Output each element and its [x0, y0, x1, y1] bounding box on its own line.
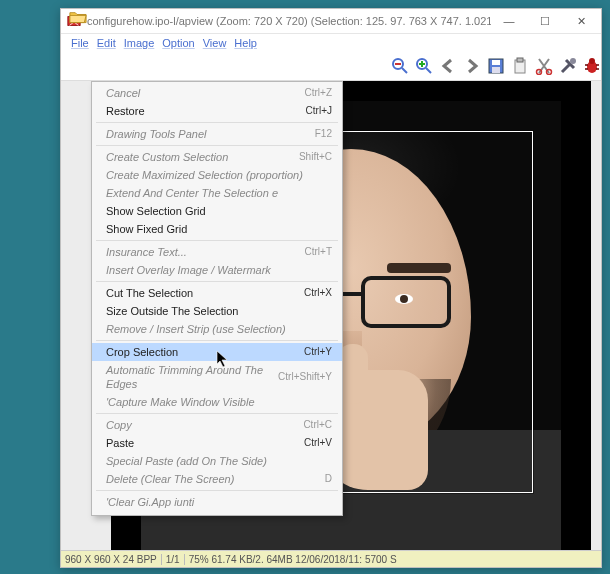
menu-item-show-selection-grid[interactable]: Show Selection Grid [92, 202, 342, 220]
menu-item-show-fixed-grid[interactable]: Show Fixed Grid [92, 220, 342, 238]
menu-edit[interactable]: Edit [93, 37, 120, 49]
cut-icon[interactable] [535, 57, 553, 75]
menu-item-insurance-text: Insurance Text...Ctrl+T [92, 243, 342, 261]
menu-item-cut-the-selection[interactable]: Cut The SelectionCtrl+X [92, 284, 342, 302]
svg-line-2 [402, 68, 407, 73]
svg-point-17 [589, 58, 595, 64]
zoom-out-icon[interactable] [391, 57, 409, 75]
menu-item-shortcut: Ctrl+Z [305, 86, 333, 100]
menu-item-shortcut: F12 [315, 127, 332, 141]
menu-item-shortcut: D [325, 472, 332, 486]
menu-item-label: Cut The Selection [106, 286, 193, 300]
menu-item-paste[interactable]: PasteCtrl+V [92, 434, 342, 452]
menu-item-capture-make-window-visible: 'Capture Make Window Visible [92, 393, 342, 411]
menu-item-copy: CopyCtrl+C [92, 416, 342, 434]
image-canvas[interactable]: CancelCtrl+ZRestoreCtrl+JDrawing Tools P… [61, 81, 601, 550]
menu-item-shortcut: Ctrl+V [304, 436, 332, 450]
menu-item-label: 'Clear Gi.App iunti [106, 495, 194, 509]
menu-item-clear-gi-app-iunti: 'Clear Gi.App iunti [92, 493, 342, 511]
menu-item-label: Remove / Insert Strip (use Selection) [106, 322, 286, 336]
svg-point-15 [570, 58, 576, 64]
menu-item-label: 'Capture Make Window Visible [106, 395, 255, 409]
menu-item-label: Show Selection Grid [106, 204, 206, 218]
status-info: 75% 61.74 KB/2. 64MB 12/06/2018/11: 5700… [189, 554, 397, 565]
status-page: 1/1 [166, 554, 185, 565]
menu-item-delete-clear-the-screen: Delete (Clear The Screen)D [92, 470, 342, 488]
menu-item-shortcut: Ctrl+T [305, 245, 333, 259]
menu-item-label: Restore [106, 104, 145, 118]
menu-item-label: Automatic Trimming Around The Edges [106, 363, 278, 391]
status-dims: 960 X 960 X 24 BPP [65, 554, 162, 565]
app-window: configurehow.ipo-l/apview (Zoom: 720 X 7… [60, 8, 602, 568]
menu-item-label: Paste [106, 436, 134, 450]
menu-item-label: Delete (Clear The Screen) [106, 472, 234, 486]
svg-rect-9 [492, 60, 500, 65]
arrow-right-icon[interactable] [463, 57, 481, 75]
svg-rect-10 [492, 67, 500, 73]
menu-help[interactable]: Help [230, 37, 261, 49]
menu-item-shortcut: Ctrl+X [304, 286, 332, 300]
clipboard-icon[interactable] [511, 57, 529, 75]
menu-item-label: Insert Overlay Image / Watermark [106, 263, 271, 277]
maximize-button[interactable]: ☐ [527, 10, 563, 32]
save-icon[interactable] [487, 57, 505, 75]
menu-item-label: Special Paste (add On The Side) [106, 454, 267, 468]
menu-item-label: Size Outside The Selection [106, 304, 238, 318]
cursor-icon [216, 350, 228, 366]
edit-context-menu: CancelCtrl+ZRestoreCtrl+JDrawing Tools P… [91, 81, 343, 516]
statusbar: 960 X 960 X 24 BPP 1/1 75% 61.74 KB/2. 6… [61, 550, 601, 567]
menu-item-remove-insert-strip-use-selection: Remove / Insert Strip (use Selection) [92, 320, 342, 338]
toolbar [61, 52, 601, 81]
menu-option[interactable]: Option [158, 37, 198, 49]
svg-line-5 [426, 68, 431, 73]
bug-icon[interactable] [583, 57, 601, 75]
menu-file[interactable]: File [67, 37, 93, 49]
close-button[interactable]: ✕ [563, 10, 599, 32]
menu-item-label: Crop Selection [106, 345, 178, 359]
menu-item-label: Insurance Text... [106, 245, 187, 259]
menu-item-label: Create Custom Selection [106, 150, 228, 164]
svg-rect-12 [517, 58, 523, 62]
menu-item-special-paste-add-on-the-side: Special Paste (add On The Side) [92, 452, 342, 470]
menu-item-label: Extend And Center The Selection e [106, 186, 278, 200]
menu-view[interactable]: View [199, 37, 231, 49]
menu-item-restore[interactable]: RestoreCtrl+J [92, 102, 342, 120]
menu-item-label: Drawing Tools Panel [106, 127, 206, 141]
menu-item-label: Cancel [106, 86, 140, 100]
menu-item-shortcut: Ctrl+Shift+Y [278, 370, 332, 384]
menu-item-extend-and-center-the-selection-e: Extend And Center The Selection e [92, 184, 342, 202]
titlebar: configurehow.ipo-l/apview (Zoom: 720 X 7… [61, 9, 601, 34]
minimize-button[interactable]: — [491, 10, 527, 32]
menu-item-shortcut: Ctrl+J [306, 104, 332, 118]
arrow-left-icon[interactable] [439, 57, 457, 75]
menu-item-drawing-tools-panel: Drawing Tools PanelF12 [92, 125, 342, 143]
menu-item-label: Show Fixed Grid [106, 222, 187, 236]
menu-image[interactable]: Image [120, 37, 159, 49]
open-folder-icon[interactable] [69, 10, 87, 26]
menubar: File Edit Image Option View Help [61, 34, 601, 52]
menu-item-shortcut: Ctrl+C [303, 418, 332, 432]
menu-item-label: Create Maximized Selection (proportion) [106, 168, 303, 182]
menu-item-insert-overlay-image-watermark: Insert Overlay Image / Watermark [92, 261, 342, 279]
tools-icon[interactable] [559, 57, 577, 75]
zoom-in-icon[interactable] [415, 57, 433, 75]
menu-item-shortcut: Shift+C [299, 150, 332, 164]
menu-item-create-maximized-selection-proportion: Create Maximized Selection (proportion) [92, 166, 342, 184]
window-title: configurehow.ipo-l/apview (Zoom: 720 X 7… [87, 15, 491, 27]
menu-item-cancel: CancelCtrl+Z [92, 84, 342, 102]
menu-item-size-outside-the-selection[interactable]: Size Outside The Selection [92, 302, 342, 320]
menu-item-shortcut: Ctrl+Y [304, 345, 332, 359]
menu-item-create-custom-selection: Create Custom SelectionShift+C [92, 148, 342, 166]
menu-item-label: Copy [106, 418, 132, 432]
